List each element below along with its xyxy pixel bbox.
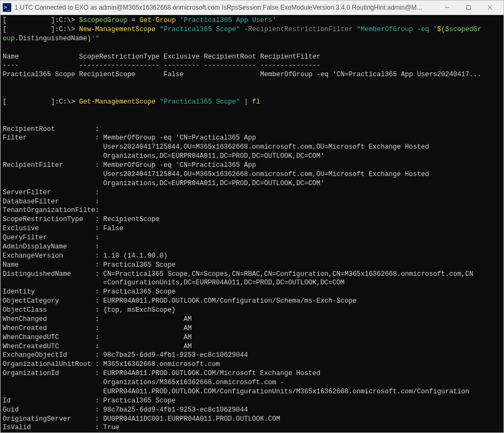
close-button[interactable] [480, 2, 500, 13]
kv-separator: : [95, 297, 103, 305]
prompt-line-3: [ ]:C:\> Get-ManagementScope "Practical3… [3, 98, 501, 107]
kv-separator: : [95, 351, 103, 359]
kv-label: OrganizationalUnitRoot [3, 361, 95, 368]
kv-row: WhenCreatedUTC : AM [3, 342, 501, 351]
kv-separator: : [95, 306, 103, 314]
kv-separator: : [95, 216, 103, 223]
kv-value: 1.10 (14.1.90.0) [103, 252, 168, 260]
kv-row: DistinguishedName : CN=Practical365 Scop… [3, 270, 501, 279]
cmdlet-get-group: Get-Group [139, 17, 176, 24]
kv-value: True [103, 424, 120, 431]
kv-label: QueryFilter [3, 234, 95, 241]
kv-value: AM [103, 343, 192, 350]
kv-row: WhenChanged : AM [3, 315, 501, 324]
prompt-line-2: [ ]:C:\> New-ManagementScope "Practical3… [3, 25, 501, 34]
kv-row: TenantOrganizationFilte: [3, 206, 501, 215]
window-controls [437, 2, 500, 13]
kv-row: Organizations,DC=EURPR04A011,DC=PROD,DC=… [3, 152, 501, 161]
kv-row: Id : Practical365 Scope [3, 397, 501, 406]
kv-separator: : [95, 162, 103, 169]
kv-row: ExchangeObjectId : 98c7ba25-6dd9-4fb1-92… [3, 351, 501, 360]
kv-row: Identity : Practical365 Scope [3, 288, 501, 297]
kv-value: False [103, 225, 124, 232]
kv-label: DistinguishedName [3, 270, 95, 278]
string-literal: 'Practical365 App Users' [180, 17, 276, 24]
kv-row: OrganizationalUnitRoot : M365x16362668.o… [3, 360, 501, 369]
kv-row: WhenChangedUTC : AM [3, 333, 501, 342]
kv-label: ScopeRestrictionType [3, 216, 95, 223]
kv-value: Practical365 Scope [103, 261, 176, 269]
maximize-icon [466, 5, 471, 10]
minimize-button[interactable] [437, 2, 457, 13]
kv-separator: : [95, 207, 103, 214]
kv-row: =ConfigurationUnits,DC=EURPR04A011,DC=PR… [3, 278, 501, 288]
kv-value: EURPR04A011.PROD.OUTLOOK.COM/Configurati… [103, 297, 357, 305]
kv-row: ScopeRestrictionType : RecipientScope [3, 215, 501, 224]
kv-separator: : [95, 343, 103, 350]
table-header: Name ScopeRestrictionType Exclusive Reci… [3, 53, 501, 62]
variable: $scopedGroup [79, 17, 128, 24]
table-divider: ---- -------------------- --------- ----… [3, 61, 501, 70]
kv-row: Guid : 98c7ba25-6dd9-4fb1-9253-ec8c10629… [3, 406, 501, 415]
kv-row: Filter : MemberOfGroup -eq 'CN=Practical… [3, 134, 501, 143]
kv-row: Users20240417125844,OU=M365x16362668.onm… [3, 170, 501, 179]
kv-label: ExchangeObjectId [3, 351, 95, 359]
kv-separator: : [95, 198, 103, 206]
kv-label: RecipientFilter [3, 162, 95, 169]
kv-label: ObjectClass [3, 306, 95, 314]
kv-row: ObjectCategory : EURPR04A011.PROD.OUTLOO… [3, 297, 501, 306]
kv-value-cont: Organizations,DC=EURPR04A011,DC=PROD,DC=… [103, 180, 325, 187]
kv-row: RecipientFilter : MemberOfGroup -eq 'CN=… [3, 161, 501, 170]
kv-label: ExchangeVersion [3, 252, 95, 260]
kv-separator: : [95, 225, 103, 232]
kv-label: OrganizationId [3, 370, 95, 377]
kv-value: AM [103, 334, 192, 341]
kv-row: ServerFilter : [3, 188, 501, 197]
kv-row: Name : Practical365 Scope [3, 261, 501, 270]
terminal-output[interactable]: [ ]:C:\> $scopedGroup = Get-Group 'Pract… [1, 15, 503, 432]
minimize-icon [444, 5, 450, 10]
kv-value-cont: Users20240417125844,OU=M365x16362668.onm… [103, 143, 429, 151]
kv-label: AdminDisplayName [3, 243, 95, 251]
kv-value: Practical365 Scope [103, 288, 176, 296]
kv-separator: : [95, 261, 103, 269]
close-icon [487, 5, 493, 10]
kv-value: {top, msExchScope} [103, 306, 176, 314]
titlebar[interactable]: >_ 1 UTC Connected to EXO as admin@M365x… [1, 1, 503, 15]
kv-row: OriginatingServer : DU0PR04A11DC001.EURP… [3, 415, 501, 424]
kv-separator: : [95, 243, 103, 251]
kv-value: 98c7ba25-6dd9-4fb1-9253-ec8c10629044 [103, 351, 248, 359]
kv-label: WhenCreated [3, 325, 95, 332]
kv-value: MemberOfGroup -eq 'CN=Practical365 App [103, 162, 256, 169]
kv-label: WhenCreatedUTC [3, 343, 95, 350]
kv-value: Practical365 Scope [103, 397, 176, 405]
kv-row: ExchangeVersion : 1.10 (14.1.90.0) [3, 252, 501, 261]
kv-label: DatabaseFilter [3, 198, 95, 206]
kv-separator: : [95, 134, 103, 142]
kv-label: TenantOrganizationFilte [3, 207, 95, 214]
kv-label: ObjectCategory [3, 297, 95, 305]
kv-value-cont: Users20240417125844,OU=M365x16362668.onm… [103, 171, 429, 178]
kv-separator: : [95, 397, 103, 405]
format-list-output: RecipientRoot : Filter : MemberOfGroup -… [3, 125, 501, 433]
maximize-button[interactable] [458, 2, 479, 13]
kv-separator: : [95, 325, 103, 332]
kv-value-cont: Organizations/M365x16362668.onmicrosoft.… [103, 379, 285, 386]
kv-separator: : [95, 126, 103, 133]
prompt-line-1: [ ]:C:\> $scopedGroup = Get-Group 'Pract… [3, 16, 501, 25]
kv-separator: : [95, 252, 103, 260]
prompt-line-2-cont: oup.DistinguishedName)'" [3, 34, 501, 43]
kv-label: WhenChanged [3, 315, 95, 323]
kv-label: ServerFilter [3, 189, 95, 196]
kv-separator: : [95, 189, 103, 196]
cmdlet-get-managementscope: Get-ManagementScope [79, 98, 156, 106]
kv-row: RecipientRoot : [3, 125, 501, 134]
kv-row: WhenCreated : AM [3, 324, 501, 333]
kv-label: Identity [3, 288, 95, 296]
kv-row: IsValid : True [3, 423, 501, 432]
kv-row: Organizations/M365x16362668.onmicrosoft.… [3, 378, 501, 387]
kv-row: QueryFilter : [3, 233, 501, 243]
kv-value: EURPR04A011.PROD.OUTLOOK.COM/Microsoft E… [103, 370, 321, 377]
kv-value: 98c7ba25-6dd9-4fb1-9253-ec8c10629044 [103, 406, 248, 414]
kv-row: OrganizationId : EURPR04A011.PROD.OUTLOO… [3, 369, 501, 378]
